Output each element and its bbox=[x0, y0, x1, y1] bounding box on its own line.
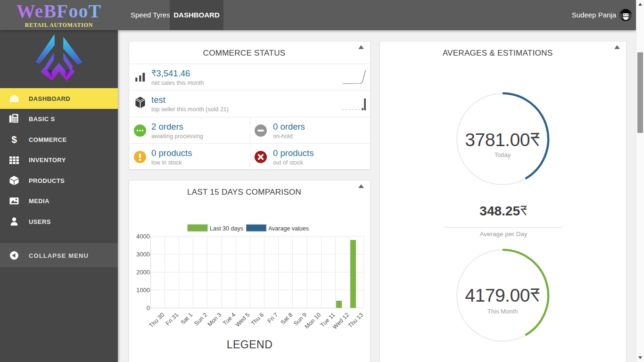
svg-text:Thu 30: Thu 30 bbox=[148, 312, 165, 329]
svg-text:Mon 3: Mon 3 bbox=[206, 312, 223, 328]
svg-text:3000: 3000 bbox=[136, 251, 150, 258]
svg-text:Fri 7: Fri 7 bbox=[266, 312, 280, 325]
svg-text:Wed 5: Wed 5 bbox=[234, 312, 251, 328]
svg-text:Avarage values: Avarage values bbox=[268, 225, 309, 232]
svg-text:Sat 1: Sat 1 bbox=[180, 312, 194, 326]
svg-text:Last 30 days: Last 30 days bbox=[210, 225, 243, 232]
svg-text:Sun 2: Sun 2 bbox=[193, 312, 208, 327]
svg-text:Fri 31: Fri 31 bbox=[165, 312, 180, 327]
svg-text:Mon 10: Mon 10 bbox=[304, 312, 322, 330]
svg-text:Thu 6: Thu 6 bbox=[250, 312, 265, 327]
svg-text:4000: 4000 bbox=[136, 233, 150, 240]
svg-text:Tue 4: Tue 4 bbox=[222, 312, 237, 327]
svg-text:1000: 1000 bbox=[136, 287, 150, 294]
svg-text:2000: 2000 bbox=[136, 269, 150, 276]
svg-text:Thu 13: Thu 13 bbox=[347, 312, 364, 329]
svg-text:Sat 8: Sat 8 bbox=[280, 312, 294, 326]
svg-text:0: 0 bbox=[147, 304, 150, 312]
